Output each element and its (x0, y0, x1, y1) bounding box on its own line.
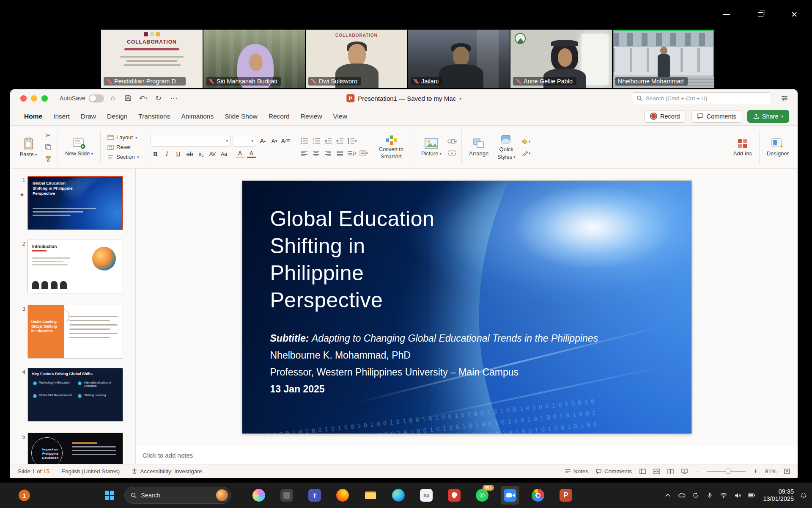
align-left-icon[interactable] (299, 149, 310, 158)
tab-draw[interactable]: Draw (75, 109, 102, 124)
shapes-icon[interactable]: ▾ (447, 137, 457, 146)
window-restore-button[interactable] (752, 7, 769, 22)
tab-slide-show[interactable]: Slide Show (219, 109, 263, 124)
save-icon[interactable] (122, 93, 134, 104)
numbered-list-icon[interactable]: 123 (311, 136, 321, 146)
ribbon-settings-icon[interactable] (778, 93, 791, 104)
slide-thumbnail-4[interactable]: Key Factors Driving Global Shifts Techno… (27, 368, 123, 422)
slide-canvas[interactable]: 0010100101001010010100101001010010100101… (136, 169, 798, 446)
onedrive-icon[interactable] (678, 491, 686, 500)
strikethrough-button[interactable]: ab (185, 149, 195, 159)
taskbar-search[interactable]: Search (124, 487, 231, 504)
wifi-icon[interactable] (719, 491, 728, 500)
designer-button[interactable]: Designer (764, 136, 792, 158)
firefox-icon[interactable] (333, 486, 352, 505)
bold-button[interactable]: B (151, 149, 160, 159)
fit-slide-button[interactable] (784, 469, 790, 474)
text-box-icon[interactable]: A (447, 149, 457, 158)
slide-1[interactable]: 0010100101001010010100101001010010100101… (242, 181, 691, 433)
chrome-icon[interactable] (529, 486, 547, 505)
accessibility-button[interactable]: Accessibility: Investigate (132, 468, 202, 475)
update-icon[interactable] (691, 491, 700, 500)
slide-sorter-view-button[interactable] (653, 469, 660, 474)
grow-font-icon[interactable]: A▴ (258, 136, 268, 146)
share-button[interactable]: Share ▾ (747, 110, 789, 123)
underline-button[interactable]: U (173, 149, 183, 159)
powerpoint-app-icon[interactable]: P (557, 486, 575, 505)
paste-button[interactable]: Paste▾ (16, 135, 41, 159)
titlebar-search-input[interactable] (646, 95, 767, 102)
font-color-button[interactable]: A (247, 150, 256, 158)
align-center-icon[interactable] (311, 149, 321, 158)
normal-view-button[interactable] (639, 469, 646, 474)
reset-button[interactable]: Reset (105, 143, 142, 151)
copy-icon[interactable] (43, 143, 53, 152)
participant-tile-5[interactable]: Anne Gellie Pablo (510, 30, 612, 88)
hp-smart-icon[interactable]: hp (417, 486, 436, 505)
align-right-icon[interactable] (323, 149, 333, 158)
participant-tile-6-active-speaker[interactable]: Nhelbourne Mohammad (613, 30, 714, 88)
convert-to-smartart-button[interactable]: Convert to SmartArt (373, 135, 409, 160)
font-name-select[interactable]: ▾ (151, 136, 231, 146)
layout-button[interactable]: Layout▾ (105, 133, 142, 141)
quick-styles-button[interactable]: Quick Styles▾ (494, 133, 518, 162)
notes-pane[interactable]: Click to add notes (136, 446, 798, 464)
notification-count-badge[interactable]: 1 (19, 490, 30, 501)
mac-minimize-button[interactable] (31, 95, 37, 102)
comments-button[interactable]: Comments (691, 110, 742, 123)
change-case-button[interactable]: Aa (219, 149, 229, 159)
more-commands-icon[interactable]: ⋯ (167, 93, 180, 104)
highlight-color-button[interactable]: A (235, 150, 245, 158)
bullet-list-icon[interactable] (299, 136, 310, 146)
tab-home[interactable]: Home (19, 109, 48, 124)
redo-icon[interactable]: ↻ (152, 93, 165, 104)
slide-subtitle-block[interactable]: Subtitle: Adapting to Changing Global Ed… (270, 330, 598, 398)
taskbar-clock[interactable]: 09:35 13/01/2025 (763, 488, 794, 502)
format-painter-icon[interactable] (43, 155, 53, 164)
participant-tile-2[interactable]: Siti Mahsanah Budijati (203, 30, 305, 88)
zoom-in-button[interactable]: + (754, 467, 757, 475)
window-minimize-button[interactable] (718, 7, 735, 22)
slide-thumbnail-panel[interactable]: 1 ★ Global Education Shifting in Philipp… (10, 169, 136, 464)
text-direction-icon[interactable]: ▾ (347, 149, 357, 158)
edge-icon[interactable] (389, 486, 408, 505)
slide-thumbnail-1[interactable]: Global Education Shifting in Philippine … (27, 176, 123, 230)
new-slide-button[interactable]: New Slide▾ (62, 136, 96, 158)
justify-icon[interactable] (335, 149, 345, 158)
section-button[interactable]: Section▾ (105, 153, 142, 161)
slide-thumbnail-5[interactable]: Impact on Philippine Education (27, 433, 123, 464)
microphone-icon[interactable] (705, 491, 714, 500)
arrange-button[interactable]: Arrange (466, 136, 491, 158)
shape-outline-icon[interactable]: ▾ (521, 149, 531, 158)
slide-show-button[interactable] (681, 469, 688, 474)
titlebar-search[interactable] (632, 92, 771, 104)
italic-button[interactable]: I (162, 149, 172, 159)
whatsapp-icon[interactable]: ✆ 99+ (473, 486, 491, 505)
character-spacing-button[interactable]: AV (208, 149, 217, 159)
cut-icon[interactable]: ✂ (43, 131, 53, 140)
hidden-icons-chevron[interactable] (664, 491, 672, 500)
align-text-icon[interactable]: ▾ (359, 149, 369, 158)
zoom-out-button[interactable]: − (695, 467, 699, 475)
battery-icon[interactable] (747, 491, 756, 500)
increase-indent-icon[interactable] (335, 136, 345, 146)
file-explorer-icon[interactable] (361, 486, 380, 505)
participant-tile-4[interactable]: Jailani (408, 30, 510, 88)
document-title[interactable]: P Presentation1 — Saved to my Mac ▾ (346, 94, 461, 102)
notification-center-icon[interactable] (799, 491, 808, 500)
language-button[interactable]: English (United States) (61, 468, 120, 475)
slide-thumbnail-3[interactable]: Understanding Global Shifting in Educati… (27, 305, 123, 359)
window-close-button[interactable]: × (786, 7, 803, 22)
teams-icon[interactable]: T (305, 486, 324, 505)
undo-icon[interactable]: ↶▾ (137, 93, 150, 104)
start-button[interactable] (100, 486, 119, 505)
decrease-indent-icon[interactable] (323, 136, 333, 146)
slide-thumbnail-2[interactable]: Introduction (27, 240, 123, 293)
tab-insert[interactable]: Insert (48, 109, 75, 124)
tab-design[interactable]: Design (102, 109, 133, 124)
notes-toggle-button[interactable]: Notes (565, 468, 588, 475)
shrink-font-icon[interactable]: A▾ (269, 136, 279, 146)
clear-formatting-icon[interactable]: A⌫ (281, 136, 291, 146)
tab-animations[interactable]: Animations (176, 109, 219, 124)
subscript-button[interactable]: x₂ (196, 149, 206, 159)
